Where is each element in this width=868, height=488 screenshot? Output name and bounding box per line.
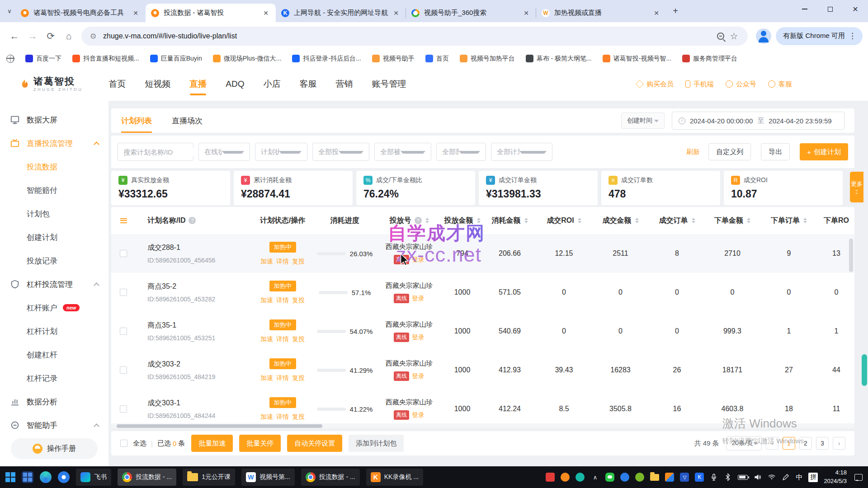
browser-tab-4[interactable]: 视频号助手_360搜索✕ (406, 4, 536, 22)
login-link[interactable]: 登录 (412, 411, 425, 419)
sort-icons[interactable] (425, 218, 429, 223)
row-checkbox[interactable] (120, 250, 127, 257)
date-range-picker[interactable]: 2024-04-20 00:00:00 至 2024-04-20 23:59:5… (672, 112, 844, 130)
manual-button[interactable]: 操作手册 (11, 438, 98, 459)
select-all-label[interactable]: 全选 (133, 439, 146, 448)
taskbar-app-kk-recorder[interactable]: KKK录像机 ... (366, 469, 423, 486)
repeat-link[interactable]: 复投 (292, 374, 305, 382)
nvidia-tray-icon[interactable] (635, 473, 644, 482)
sidebar-item-promotion-data[interactable]: 投流数据 (0, 155, 108, 178)
sort-icons[interactable] (635, 218, 639, 223)
tab-search-chevron-icon[interactable]: ∨ (4, 5, 15, 17)
close-tab-icon[interactable]: ✕ (652, 9, 661, 18)
login-link[interactable]: 登录 (412, 333, 425, 342)
bookmark-item[interactable]: 抖音直播和短视频... (72, 55, 139, 63)
new-tab-button[interactable]: + (669, 5, 682, 18)
forward-button[interactable]: → (24, 27, 42, 45)
pinned-app-grid-icon[interactable] (22, 471, 33, 483)
sort-icons[interactable] (524, 218, 528, 223)
bookmark-item[interactable]: 视频号助手 (372, 55, 415, 63)
home-button[interactable]: ⌂ (60, 27, 78, 45)
online-status-filter[interactable]: 在线状态 (198, 143, 250, 161)
zoom-icon[interactable] (717, 33, 724, 40)
operator-account-filter[interactable]: 全部投手号 (312, 143, 369, 161)
sort-icons[interactable] (578, 218, 581, 223)
details-link[interactable]: 详情 (276, 335, 289, 343)
repeat-link[interactable]: 复投 (292, 258, 305, 266)
bookmark-item[interactable]: 抖店登录-抖店后台... (292, 55, 361, 63)
sidebar-group-live-promotion[interactable]: 直播投流管理 (0, 131, 108, 155)
browser-tab-2-active[interactable]: 投流数据 - 诸葛智投✕ (146, 4, 276, 22)
url-text[interactable]: zhuge.v-ma.com/#/live-studio/live-plan/l… (103, 32, 712, 40)
browser-tab-3[interactable]: K上网导航 - 安全实用的网址导航✕ (276, 4, 406, 22)
sidebar-item-data-screen[interactable]: 数据大屏 (0, 108, 108, 131)
sidebar-item-leverage-account[interactable]: 杠杆账户new (0, 296, 108, 319)
support-link[interactable]: 客服 (768, 80, 792, 89)
sort-icons[interactable] (803, 218, 807, 223)
bookmark-star-icon[interactable]: ☆ (730, 31, 738, 42)
nav-shop[interactable]: 小店 (254, 67, 290, 101)
sidebar-item-leverage-plan[interactable]: 杠杆计划 (0, 319, 108, 343)
details-link[interactable]: 详情 (276, 296, 289, 305)
maximize-button[interactable] (817, 0, 843, 18)
accelerate-link[interactable]: 加速 (260, 335, 273, 343)
department-filter[interactable]: 全部部门 (436, 143, 486, 161)
back-button[interactable]: ← (5, 27, 24, 45)
taskbar-app-folder[interactable]: 1元公开课 (183, 469, 235, 486)
browser360-tray-icon[interactable] (561, 473, 570, 482)
nav-live[interactable]: 直播 (180, 67, 216, 101)
sidebar-item-create-leverage[interactable]: 创建杠杆 (0, 343, 108, 366)
bookmark-item[interactable]: 幕布 - 极简大纲笔... (526, 55, 592, 63)
bulk-accelerate-button[interactable]: 批量加速 (191, 435, 233, 452)
page-1-button[interactable]: 1 (783, 437, 795, 450)
horizontal-scrollbar-thumb[interactable] (117, 424, 322, 428)
start-button[interactable] (5, 472, 15, 482)
official-account-link[interactable]: 公众号 (726, 80, 756, 89)
repeat-link[interactable]: 复投 (292, 335, 305, 343)
mobile-link[interactable]: 手机端 (685, 80, 714, 89)
chrome-update-chip[interactable]: 有新版 Chrome 可用⋮ (776, 27, 863, 45)
details-link[interactable]: 详情 (276, 413, 289, 421)
ime-indicator[interactable]: 拼 (808, 473, 818, 482)
prev-page-button[interactable]: ‹ (766, 437, 778, 450)
browser-tab-1[interactable]: 诸葛智投-视频号电商必备工具✕ (15, 4, 146, 22)
bluetooth-icon[interactable] (724, 473, 732, 481)
folder-tray-icon[interactable] (650, 474, 659, 481)
repeat-link[interactable]: 复投 (292, 296, 305, 305)
tab-plan-list[interactable]: 计划列表 (121, 108, 152, 133)
next-page-button[interactable]: › (833, 437, 845, 450)
bookmark-item[interactable]: 巨量百应Buyin (150, 55, 202, 63)
wechat-tray-icon[interactable] (605, 473, 614, 482)
accelerate-link[interactable]: 加速 (260, 296, 273, 305)
details-link[interactable]: 详情 (276, 258, 289, 266)
nav-marketing[interactable]: 营销 (326, 67, 363, 101)
minimize-button[interactable] (792, 0, 817, 18)
sort-icons[interactable] (692, 218, 695, 223)
sidebar-group-leverage[interactable]: 杠杆投流管理 (0, 272, 108, 296)
globe-bookmark-icon[interactable] (6, 55, 14, 63)
details-link[interactable]: 详情 (276, 374, 289, 382)
export-button[interactable]: 导出 (761, 143, 790, 160)
address-bar[interactable]: ⊙ zhuge.v-ma.com/#/live-studio/live-plan… (81, 27, 748, 46)
nav-account-mgmt[interactable]: 账号管理 (363, 67, 416, 101)
language-indicator[interactable]: 中 (796, 473, 802, 482)
bookmark-item[interactable]: 百度一下 (25, 55, 61, 63)
sidebar-group-smart-assistant[interactable]: 智能助手 (0, 413, 108, 437)
table-row[interactable]: 成交288-1ID:5896261005_456456 加热中加速详情复投 26… (111, 234, 854, 273)
create-plan-button[interactable]: +创建计划 (800, 143, 848, 160)
bookmark-item[interactable]: 诸葛智投-视频号智... (603, 55, 671, 63)
refresh-button[interactable]: 刷新 (683, 148, 703, 156)
sort-icons[interactable] (477, 218, 481, 223)
browser-tray-icon[interactable] (620, 473, 629, 482)
taskbar-app-chrome-2[interactable]: 投流数据 - ... (301, 469, 360, 486)
page-size-select[interactable]: 20条/页 (726, 436, 762, 450)
taskbar-app-chrome-1[interactable]: 投流数据 - ... (118, 469, 176, 486)
security-tray-icon[interactable] (546, 473, 555, 482)
table-vertical-scrollbar-thumb[interactable] (849, 239, 853, 272)
table-row[interactable]: 成交303-1ID:5896261005_484244 加热中加速详情复投 41… (111, 389, 854, 428)
reload-button[interactable]: ⟳ (42, 27, 60, 45)
notification-center-icon[interactable] (854, 474, 863, 481)
plan-status-filter[interactable]: 计划状态 (255, 143, 307, 161)
logo[interactable]: 诸葛智投ZHUGE ZHITOU (20, 76, 83, 92)
bookmark-item[interactable]: 首页 (425, 55, 449, 63)
